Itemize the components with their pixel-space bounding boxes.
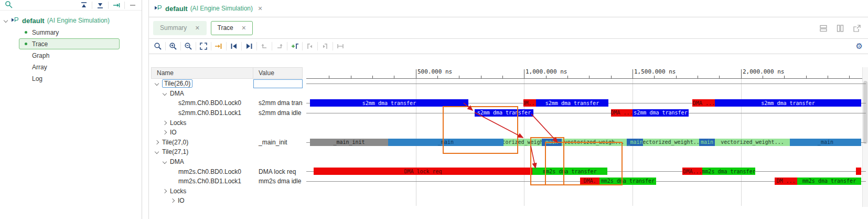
next-transition-icon[interactable] xyxy=(274,41,285,51)
next-marker-icon[interactable] xyxy=(319,41,331,51)
wave-segment[interactable]: DMA. xyxy=(580,178,599,185)
wave-segment[interactable]: DM ... xyxy=(775,178,797,185)
name-cell[interactable]: DMA xyxy=(151,157,253,167)
wave-segment[interactable]: s2mm dma transfer xyxy=(633,109,689,117)
value-cell[interactable]: DMA lock req xyxy=(253,166,303,176)
value-cell[interactable] xyxy=(253,157,303,167)
name-cell[interactable]: mm2s.Ch0.BD1.Lock1 xyxy=(151,176,253,186)
value-cell[interactable] xyxy=(253,196,303,206)
timeline-ruler[interactable]: 500.000 ns1,000.000 ns1,500.000 ns2,000.… xyxy=(306,67,868,79)
name-cell[interactable]: Locks xyxy=(151,186,253,196)
chevron-down-icon[interactable] xyxy=(4,18,8,23)
wave-segment[interactable]: vectorized_weight... xyxy=(715,139,790,146)
zoom-in-icon[interactable] xyxy=(167,41,179,51)
name-column-header[interactable]: Name xyxy=(151,67,253,79)
value-cell[interactable] xyxy=(253,79,303,88)
chevron-right-icon[interactable] xyxy=(163,120,167,124)
wave-segment[interactable]: DMA lock req xyxy=(314,168,532,175)
wave-segment[interactable] xyxy=(856,168,861,175)
open-in-new-window-icon[interactable] xyxy=(851,24,863,33)
wave-segment[interactable]: mm2s dma transfer xyxy=(702,168,755,175)
value-column-header[interactable]: Value xyxy=(253,67,303,79)
close-icon[interactable]: × xyxy=(258,5,262,12)
tree-item-summary[interactable]: Summary xyxy=(19,27,120,38)
chevron-right-icon[interactable] xyxy=(170,199,175,203)
name-cell[interactable]: Locks xyxy=(151,118,253,128)
wave-segment[interactable]: DM... xyxy=(523,99,537,107)
zoom-icon[interactable] xyxy=(152,41,164,51)
chevron-right-icon[interactable] xyxy=(163,189,167,193)
name-cell[interactable]: Tile(26,0) xyxy=(151,79,253,89)
wave-segment[interactable]: _main xyxy=(627,139,643,146)
value-cell[interactable] xyxy=(253,89,303,99)
chevron-down-icon[interactable] xyxy=(163,91,167,96)
wave-segment[interactable]: DMA... xyxy=(682,168,703,175)
settings-gear-icon[interactable]: ⚙ xyxy=(856,41,863,51)
chevron-down-icon[interactable] xyxy=(155,150,159,154)
sync-icon[interactable] xyxy=(111,1,122,10)
wave-segment[interactable]: _main_init xyxy=(310,139,388,146)
collapse-all-icon[interactable] xyxy=(78,1,90,10)
wave-segment[interactable]: DMA ... xyxy=(692,99,715,107)
value-cell[interactable] xyxy=(253,186,303,196)
name-cell[interactable]: IO xyxy=(151,128,253,138)
fit-markers-icon[interactable] xyxy=(335,41,346,51)
name-cell[interactable]: Tile(27,0) xyxy=(151,138,253,148)
wave-segment[interactable]: vectorized_weigh... xyxy=(562,139,627,146)
chevron-right-icon[interactable] xyxy=(155,140,159,144)
name-cell[interactable]: Tile(27,1) xyxy=(151,147,253,157)
wave-segment[interactable]: mm2s dma transfer xyxy=(532,168,607,175)
split-horizontal-icon[interactable] xyxy=(818,24,829,33)
wave-segment[interactable]: s2mm dma transfer xyxy=(536,99,608,107)
wave-segment[interactable]: vectorized_weight... xyxy=(643,139,699,146)
tree-root-default[interactable]: default (AI Engine Simulation) xyxy=(0,15,142,26)
value-cell[interactable] xyxy=(253,118,303,128)
name-cell[interactable]: s2mm.Ch0.BD0.Lock0 xyxy=(151,98,253,108)
chevron-down-icon[interactable] xyxy=(155,81,159,86)
minimize-icon[interactable] xyxy=(127,1,138,10)
wave-segment[interactable]: s2mm dma transfer xyxy=(475,109,533,117)
wave-segment[interactable]: main xyxy=(542,139,562,146)
go-to-end-icon[interactable] xyxy=(243,41,255,51)
name-cell[interactable]: s2mm.Ch0.BD1.Lock1 xyxy=(151,108,253,118)
tree-item-trace[interactable]: Trace xyxy=(19,38,120,49)
wave-segment[interactable]: DMA ... xyxy=(611,109,633,117)
go-to-start-icon[interactable] xyxy=(228,41,240,51)
wave-segment[interactable]: mm2s dma transfer xyxy=(797,178,861,185)
split-vertical-icon[interactable] xyxy=(834,24,846,33)
view-tab-trace[interactable]: Trace× xyxy=(211,21,253,35)
view-tab-summary[interactable]: Summary× xyxy=(153,21,207,35)
zoom-fit-icon[interactable] xyxy=(198,41,209,51)
value-cell[interactable] xyxy=(253,147,303,157)
wave-segment[interactable]: s2mm dma transfer xyxy=(715,99,861,107)
add-marker-icon[interactable] xyxy=(289,41,301,51)
zoom-out-icon[interactable] xyxy=(183,41,194,51)
previous-transition-icon[interactable] xyxy=(259,41,270,51)
wave-segment[interactable]: _main xyxy=(388,139,503,146)
value-cell[interactable]: mm2s dma idle xyxy=(253,176,303,186)
value-cell[interactable]: s2mm dma trans xyxy=(253,98,303,108)
close-icon[interactable]: × xyxy=(195,25,199,31)
tree-item-array[interactable]: Array xyxy=(19,61,120,72)
wave-segment[interactable]: mm2s dma transfer xyxy=(599,178,656,185)
name-cell[interactable]: mm2s.Ch0.BD0.Lock0 xyxy=(151,166,253,176)
chevron-right-icon[interactable] xyxy=(163,130,167,134)
expand-all-icon[interactable] xyxy=(94,1,106,10)
previous-marker-icon[interactable] xyxy=(304,41,316,51)
wave-segment[interactable]: s2mm dma transfer xyxy=(310,99,468,107)
name-cell[interactable]: DMA xyxy=(151,89,253,99)
wave-segment[interactable]: _main xyxy=(790,139,861,146)
close-icon[interactable]: × xyxy=(242,25,246,31)
name-cell[interactable]: IO xyxy=(151,196,253,206)
doc-tab-default[interactable]: default (AI Engine Simulation) × xyxy=(149,0,270,17)
chevron-down-icon[interactable] xyxy=(163,160,167,164)
wave-segment[interactable]: vectorized_weigh... xyxy=(503,139,542,146)
wave-segment[interactable]: main xyxy=(699,139,715,146)
value-cell[interactable]: _main_init xyxy=(253,138,303,148)
value-cell[interactable] xyxy=(253,128,303,138)
search-icon[interactable] xyxy=(3,0,15,9)
go-to-time-icon[interactable] xyxy=(213,41,224,51)
tree-item-graph[interactable]: Graph xyxy=(19,50,120,61)
value-cell[interactable]: s2mm dma idle xyxy=(253,108,303,118)
tree-item-log[interactable]: Log xyxy=(19,73,120,84)
